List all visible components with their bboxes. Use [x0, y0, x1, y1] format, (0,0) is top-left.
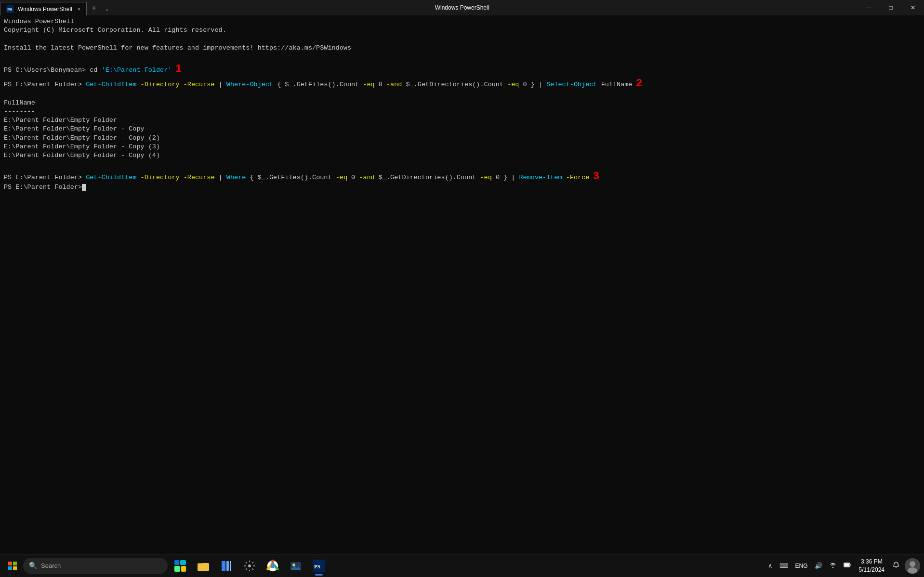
windows-logo-icon	[8, 562, 17, 570]
file-explorer-icon	[197, 560, 210, 572]
cmd2-block: { $_.GetFiles().Count	[273, 81, 363, 88]
clock-date: 5/11/2024	[859, 566, 884, 574]
output-divider: --------	[4, 108, 35, 115]
chrome-icon	[266, 560, 279, 572]
tray-battery[interactable]	[842, 561, 853, 570]
avatar-icon	[905, 558, 920, 574]
cmd3-eq2: -eq	[480, 174, 491, 181]
cmd2-val1: 0	[375, 81, 386, 88]
tray-language[interactable]: ENG	[793, 563, 810, 569]
powershell-tab-icon: PS	[6, 5, 14, 13]
cmd3-val1: 0	[347, 174, 359, 181]
svg-rect-5	[13, 566, 17, 570]
taskbar-settings-app[interactable]	[239, 555, 260, 577]
cmd3-remove: Remove-Item	[519, 174, 562, 181]
cmd2-eq2: -eq	[507, 81, 519, 88]
taskbar: 🔍 Search	[0, 554, 924, 577]
cmd3-and: -and	[359, 174, 374, 181]
library-icon	[220, 560, 233, 572]
tray-caret[interactable]: ∧	[766, 562, 775, 569]
settings-icon	[244, 560, 255, 572]
cmd3-block: { $_.GetFiles().Count	[246, 174, 335, 181]
tab-title: Windows PowerShell	[18, 6, 72, 13]
cmd1-pre: cd	[86, 66, 101, 74]
svg-text:PS: PS	[314, 564, 320, 569]
cmd2-where: Where-Object	[226, 81, 273, 88]
taskbar-explorer-app[interactable]	[193, 555, 214, 577]
install-message: Install the latest PowerShell for new fe…	[4, 44, 351, 52]
svg-point-16	[248, 564, 251, 567]
maximize-button[interactable]: □	[880, 0, 902, 15]
cmd2-param2: -Recurse	[180, 81, 215, 88]
tray-volume[interactable]: 🔊	[813, 562, 824, 569]
start-button[interactable]	[4, 557, 21, 575]
ps-header-2: Copyright (C) Microsoft Corporation. All…	[4, 26, 226, 34]
taskbar-search[interactable]: 🔍 Search	[23, 558, 168, 574]
annotation-2: 2	[636, 77, 642, 89]
taskbar-files-app[interactable]	[216, 555, 237, 577]
taskbar-widget-app[interactable]	[170, 555, 191, 577]
cmd3-main: Get-ChildItem	[86, 174, 136, 181]
svg-point-19	[271, 564, 275, 568]
svg-rect-2	[8, 562, 12, 565]
cmd3-dir: $_.GetDirectories().Count	[375, 174, 480, 181]
annotation-3: 3	[593, 170, 599, 182]
cmd2-and: -and	[386, 81, 402, 88]
output-line-4: E:\Parent Folder\Empty Folder - Copy (3)	[4, 143, 160, 150]
cmd3-param1: -Directory	[136, 174, 179, 181]
tray-network[interactable]	[827, 561, 839, 570]
prompt-3: PS E:\Parent Folder>	[4, 174, 82, 181]
tray-notification[interactable]	[890, 561, 902, 570]
new-tab-button[interactable]: +	[87, 2, 101, 15]
svg-point-29	[910, 561, 915, 567]
svg-rect-3	[13, 562, 17, 565]
cmd1-arg: 'E:\Parent Folder'	[102, 66, 172, 74]
output-line-1: E:\Parent Folder\Empty Folder	[4, 117, 117, 124]
svg-text:PS: PS	[7, 7, 13, 12]
svg-rect-7	[180, 560, 186, 565]
tab-list: PS Windows PowerShell ✕ + ⌄	[0, 0, 113, 15]
svg-rect-9	[181, 566, 186, 572]
clock-time: 3:36 PM	[859, 558, 884, 566]
svg-rect-27	[845, 564, 849, 566]
cmd2-main: Get-ChildItem	[86, 81, 136, 88]
tray-keyboard[interactable]: ⌨	[778, 562, 791, 569]
taskbar-chrome-app[interactable]	[262, 555, 283, 577]
minimize-button[interactable]: —	[858, 0, 880, 15]
cmd2-start	[82, 81, 86, 88]
svg-rect-26	[850, 564, 851, 565]
cmd2-fullname: FullName	[597, 81, 633, 88]
cmd3-start	[82, 174, 86, 181]
cursor	[82, 184, 86, 191]
active-tab[interactable]: PS Windows PowerShell ✕	[0, 2, 87, 15]
cmd2-pipe1: |	[215, 81, 226, 88]
output-line-2: E:\Parent Folder\Empty Folder - Copy	[4, 125, 145, 132]
window-controls: — □ ✕	[858, 0, 924, 15]
svg-rect-14	[226, 561, 229, 571]
tab-dropdown-button[interactable]: ⌄	[101, 2, 113, 15]
cmd2-eq1: -eq	[363, 81, 374, 88]
widget-icon	[173, 559, 187, 573]
search-label: Search	[41, 562, 61, 569]
tab-close-button[interactable]: ✕	[77, 6, 80, 12]
cmd3-val2: 0 } |	[492, 174, 519, 181]
svg-rect-13	[222, 561, 225, 571]
titlebar: PS Windows PowerShell ✕ + ⌄ Windows Powe…	[0, 0, 924, 15]
cmd2-select: Select-Object	[546, 81, 597, 88]
user-avatar[interactable]	[905, 558, 920, 574]
search-icon: 🔍	[29, 562, 37, 570]
annotation-1: 1	[175, 62, 181, 74]
close-button[interactable]: ✕	[902, 0, 924, 15]
output-line-5: E:\Parent Folder\Empty Folder - Copy (4)	[4, 152, 160, 159]
prompt-4: PS E:\Parent Folder>	[4, 184, 82, 191]
ps-header-1: Windows PowerShell	[4, 18, 74, 25]
taskbar-powershell-app[interactable]: PS	[308, 555, 330, 577]
cmd3-force: -Force	[562, 174, 590, 181]
svg-rect-8	[174, 566, 180, 572]
prompt-2: PS E:\Parent Folder>	[4, 81, 82, 88]
system-tray: ∧ ⌨ ENG 🔊 3:36 PM 5/11/2024	[766, 558, 920, 574]
cmd2-val2: 0 } |	[519, 81, 546, 88]
tray-clock[interactable]: 3:36 PM 5/11/2024	[856, 558, 887, 574]
taskbar-photo-app[interactable]	[285, 555, 306, 577]
photo-viewer-icon	[290, 560, 302, 572]
